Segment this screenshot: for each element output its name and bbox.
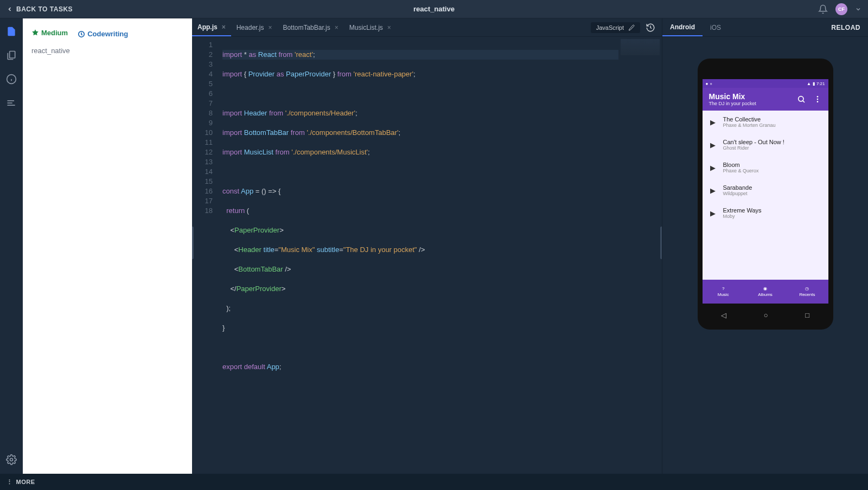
close-icon[interactable]: × <box>335 24 339 31</box>
category-tag: Codewriting <box>73 26 183 39</box>
code-content[interactable]: import * as React from 'react'; import {… <box>218 37 618 474</box>
resize-handle-right[interactable] <box>660 227 662 259</box>
editor: App.js× Header.js× BottomTabBar.js× Musi… <box>192 18 662 474</box>
tab-app-js[interactable]: App.js× <box>192 18 231 36</box>
line-num: 16 <box>192 186 213 196</box>
album-icon: ◉ <box>763 286 767 291</box>
line-num: 4 <box>192 69 213 79</box>
tab-ios[interactable]: iOS <box>703 18 729 36</box>
more-dots-icon: ⋮ <box>7 479 13 486</box>
play-icon: ▶ <box>710 142 716 147</box>
resize-handle-left[interactable] <box>192 227 194 259</box>
tab-label: App.js <box>197 23 218 31</box>
tab-label: BottomTabBar.js <box>283 24 330 31</box>
circle-icon: ● <box>706 81 709 86</box>
chevron-down-icon[interactable] <box>855 6 861 12</box>
battery-icon: ▮ <box>813 81 815 86</box>
menu-icon[interactable] <box>5 96 18 109</box>
ptab-label: Android <box>670 23 695 31</box>
play-icon: ▶ <box>710 119 716 125</box>
list-item[interactable]: ▶The CollectivePhaxe & Morten Granau <box>703 111 828 133</box>
svg-point-13 <box>816 101 818 102</box>
page-title: react_native <box>413 5 455 13</box>
close-icon[interactable]: × <box>268 24 272 31</box>
list-item[interactable]: ▶Extreme WaysMoby <box>703 202 828 224</box>
nav-label: Music <box>718 292 729 297</box>
tab-label: Header.js <box>237 24 264 31</box>
svg-rect-0 <box>10 51 15 59</box>
song-title: Sarabande <box>723 184 752 191</box>
reload-button[interactable]: RELOAD <box>824 24 868 31</box>
more-vert-icon[interactable] <box>813 95 822 104</box>
tab-bottomtabbar-js[interactable]: BottomTabBar.js× <box>277 18 343 36</box>
tab-android[interactable]: Android <box>662 18 703 36</box>
line-num: 14 <box>192 167 213 177</box>
line-num: 10 <box>192 128 213 138</box>
history-icon[interactable] <box>646 23 655 33</box>
circle-icon: ● <box>710 81 712 86</box>
medium-icon <box>31 29 39 36</box>
info-icon[interactable] <box>5 73 18 86</box>
song-title: The Collective <box>723 116 776 122</box>
editor-tabs: App.js× Header.js× BottomTabBar.js× Musi… <box>192 18 662 37</box>
nav-music[interactable]: ?Music <box>703 280 744 304</box>
nav-label: Recents <box>799 292 815 297</box>
song-artist: Phaxe & Querox <box>723 168 759 173</box>
android-home-icon[interactable]: ○ <box>764 311 768 319</box>
phone-screen: ● ● ▲ ▮ 7:21 Music Mix The DJ in your po… <box>703 79 828 304</box>
svg-point-7 <box>10 459 13 461</box>
more-button[interactable]: ⋮ MORE <box>7 479 35 486</box>
nav-albums[interactable]: ◉Albums <box>744 280 786 304</box>
language-selector[interactable]: JavaScript <box>591 22 640 33</box>
appbar-title: Music Mix <box>709 92 757 101</box>
minimap[interactable] <box>618 37 662 474</box>
footer: ⋮ MORE <box>0 474 868 490</box>
tab-label: MusicList.js <box>349 24 383 31</box>
file-icon[interactable] <box>5 25 18 38</box>
android-back-icon[interactable]: ◁ <box>721 311 726 319</box>
song-artist: Moby <box>723 214 762 219</box>
svg-point-11 <box>816 96 818 98</box>
appbar-subtitle: The DJ in your pocket <box>709 101 757 106</box>
preview-panel: Android iOS RELOAD ● ● ▲ ▮ 7:21 <box>662 18 868 474</box>
nav-recents[interactable]: ◷Recents <box>786 280 828 304</box>
close-icon[interactable]: × <box>387 24 391 31</box>
gear-icon[interactable] <box>5 453 18 466</box>
preview-tabs: Android iOS RELOAD <box>662 18 868 37</box>
topbar: BACK TO TASKS react_native CF <box>0 0 868 18</box>
app-bar: Music Mix The DJ in your pocket <box>703 88 828 111</box>
line-num: 12 <box>192 147 213 157</box>
codewriting-icon <box>78 30 85 38</box>
line-num: 15 <box>192 177 213 186</box>
list-item[interactable]: ▶Can't sleep - Out Now !Ghost Rider <box>703 133 828 156</box>
back-to-tasks[interactable]: BACK TO TASKS <box>7 5 73 13</box>
play-icon: ▶ <box>710 210 716 216</box>
close-icon[interactable]: × <box>222 23 226 31</box>
difficulty-tag: Medium <box>31 29 68 37</box>
tab-musiclist-js[interactable]: MusicList.js× <box>344 18 397 36</box>
sidebar: Medium Codewriting react_native <box>23 18 192 474</box>
song-title: Bloom <box>723 162 759 168</box>
difficulty-label: Medium <box>41 29 68 37</box>
line-num: 3 <box>192 60 213 69</box>
signal-icon: ▲ <box>807 81 811 86</box>
tab-header-js[interactable]: Header.js× <box>231 18 278 36</box>
line-num: 11 <box>192 138 213 147</box>
code-area[interactable]: 1 2 3 4 5 6 7 8 9 10 11 12 13 14 15 16 1… <box>192 37 662 474</box>
song-list[interactable]: ▶The CollectivePhaxe & Morten Granau ▶Ca… <box>703 111 828 280</box>
svg-point-9 <box>798 96 803 101</box>
search-icon[interactable] <box>797 95 806 104</box>
ptab-label: iOS <box>710 24 721 31</box>
song-title: Extreme Ways <box>723 207 762 214</box>
avatar[interactable]: CF <box>835 3 847 15</box>
bottom-nav: ?Music ◉Albums ◷Recents <box>703 280 828 304</box>
bell-icon[interactable] <box>818 4 828 14</box>
svg-point-12 <box>816 99 818 100</box>
android-recent-icon[interactable]: □ <box>805 311 809 319</box>
files-stack-icon[interactable] <box>5 49 18 62</box>
play-icon: ▶ <box>710 188 716 193</box>
list-item[interactable]: ▶BloomPhaxe & Querox <box>703 156 828 179</box>
list-item[interactable]: ▶SarabandeWildpuppet <box>703 179 828 202</box>
line-num: 13 <box>192 157 213 167</box>
category-label: Codewriting <box>87 29 128 39</box>
